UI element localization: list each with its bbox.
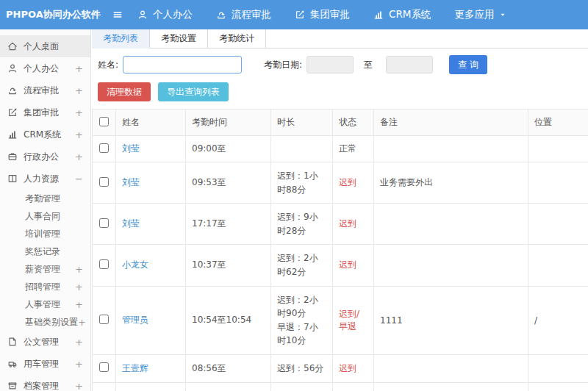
row-checkbox-cell [93,354,116,382]
employee-name-link[interactable]: 刘莹 [122,143,140,154]
location-cell [528,245,588,286]
sidebar-subitem-4[interactable]: 奖惩记录 [0,243,90,260]
share-icon [7,85,18,96]
sidebar-subitem-5[interactable]: 薪资管理+ [0,260,90,278]
topnav-item-1[interactable]: 个人办公 [137,8,193,21]
sidebar-subitem-6[interactable]: 招聘管理+ [0,278,90,295]
sidebar-item-8[interactable]: 公文管理+ [0,331,90,353]
expand-plus-icon[interactable]: + [75,107,83,118]
row-checkbox[interactable] [99,315,109,324]
note-cell [374,204,528,245]
sidebar-subitem-label: 考勤管理 [25,193,83,205]
filter-form: 姓名: 考勤日期: 至 查 询 [92,49,588,80]
duration-line: 早退：7小时10分 [277,320,326,348]
export-list-button[interactable]: 导出查询列表 [158,82,229,101]
sidebar-subitem-7[interactable]: 人事管理+ [0,295,90,313]
expand-plus-icon[interactable]: + [75,299,83,310]
query-button[interactable]: 查 询 [449,55,487,74]
expand-plus-icon[interactable]: + [78,317,86,328]
tab-1[interactable]: 考勤列表 [92,29,150,49]
duration-cell: 迟到：56分 [271,354,333,382]
note-cell [374,136,528,162]
note-cell [374,382,528,391]
sidebar-subitem-2[interactable]: 人事合同 [0,207,90,225]
duration-cell: 迟到：2小时90分早退：7小时10分 [271,286,333,354]
archive-icon [7,381,18,391]
expand-plus-icon[interactable]: + [75,281,83,293]
row-checkbox[interactable] [99,177,109,187]
expand-plus-icon[interactable]: + [75,85,83,96]
duration-cell: 迟到：9小时28分 [271,204,333,245]
duration-cell [271,136,333,162]
expand-plus-icon[interactable]: + [75,63,83,74]
employee-name-link[interactable]: 管理员 [122,315,148,325]
select-all-checkbox[interactable] [99,117,109,126]
sidebar-item-1[interactable]: 个人桌面 [0,35,90,57]
duration-line: 迟到：9小时28分 [277,210,326,237]
header-checkbox-cell [93,110,116,136]
sidebar-item-label: 人力资源 [24,173,69,185]
column-header-2: 考勤时间 [186,110,271,136]
sidebar-subitem-8[interactable]: 基础类别设置+ [0,313,90,331]
name-cell: 刘莹 [116,162,186,204]
employee-name-link[interactable]: 刘莹 [122,218,140,229]
row-checkbox[interactable] [99,362,109,372]
column-header-6: 位置 [528,110,588,136]
name-cell: 小龙女 [116,245,186,286]
time-cell: 09:00至 [186,136,271,162]
employee-name-link[interactable]: 小龙女 [122,259,148,270]
sidebar-subitem-label: 薪资管理 [25,263,75,276]
sidebar-item-2[interactable]: 个人办公+ [0,57,90,79]
sidebar-subitem-1[interactable]: 考勤管理 [0,190,90,207]
row-checkbox[interactable] [99,259,109,269]
duration-cell: 迟到：2小时62分 [271,245,333,286]
sidebar-item-6[interactable]: 行政办公+ [0,146,90,168]
row-checkbox[interactable] [99,143,109,153]
expand-plus-icon[interactable]: + [75,337,83,348]
tab-2[interactable]: 考勤设置 [150,29,208,49]
duration-line: 迟到：56分 [277,362,326,376]
location-cell: / [528,286,588,354]
clear-data-button[interactable]: 清理数据 [98,82,151,101]
sidebar-item-label: 用车管理 [24,358,69,370]
expand-plus-icon[interactable]: + [75,264,83,275]
date-to-input[interactable] [386,56,433,73]
tab-3[interactable]: 考勤统计 [208,29,266,49]
menu-icon[interactable] [112,10,123,20]
name-input[interactable] [123,56,242,73]
row-checkbox-cell [93,245,116,286]
topnav-item-5[interactable]: 更多应用 [454,8,506,21]
date-from-input[interactable] [306,56,354,73]
sidebar-subitem-3[interactable]: 培训管理 [0,225,90,243]
status-cell: 正常 [333,136,374,162]
sidebar-item-10[interactable]: 档案管理+ [0,375,90,391]
table-row: 小龙女10:37至迟到：2小时62分迟到 [93,245,588,286]
table-row: 王壹辉08:56至迟到：56分迟到 [93,354,588,382]
topnav-item-4[interactable]: CRM系统 [373,8,431,21]
topnav-item-3[interactable]: 集团审批 [295,8,350,21]
time-cell: 13:20至13:20 [186,382,271,391]
employee-name-link[interactable]: 王壹辉 [122,363,148,373]
expand-plus-icon[interactable]: + [75,359,83,370]
sidebar-item-9[interactable]: 用车管理+ [0,353,90,375]
duration-line: 迟到：1小时88分 [277,169,326,196]
employee-name-link[interactable]: 刘莹 [122,177,140,187]
sidebar-item-4[interactable]: 集团审批+ [0,101,90,123]
name-cell: 黄蓉 [116,382,186,391]
sidebar-item-3[interactable]: 流程审批+ [0,79,90,101]
date-to-label: 至 [364,59,373,71]
sidebar-item-7[interactable]: 人力资源− [0,168,90,190]
status-cell: 迟到/早退 [333,382,374,391]
topnav-item-2[interactable]: 流程审批 [216,8,271,21]
expand-plus-icon[interactable]: + [75,129,83,140]
collapse-minus-icon[interactable]: − [75,173,83,184]
row-checkbox[interactable] [99,218,109,228]
expand-plus-icon[interactable]: + [75,151,83,162]
doc-icon [7,337,18,347]
sidebar-item-5[interactable]: CRM系统+ [0,123,90,146]
topnav-label: 流程审批 [232,8,271,21]
note-cell [374,354,528,382]
expand-plus-icon[interactable]: + [75,381,83,391]
app-logo: PHPOA协同办公软件 [0,8,92,21]
action-buttons: 清理数据 导出查询列表 [92,80,588,109]
